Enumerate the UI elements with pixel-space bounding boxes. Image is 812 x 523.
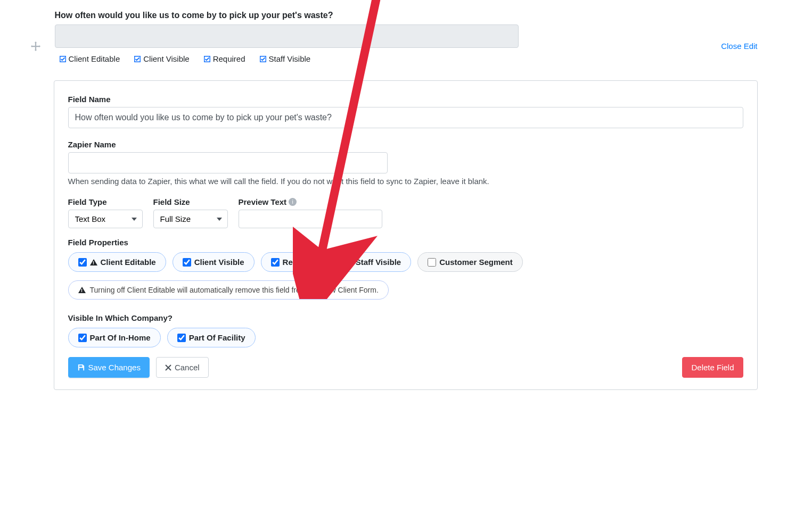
prop-client-editable-checkbox[interactable] <box>78 258 87 267</box>
prop-client-visible-checkbox[interactable] <box>183 258 191 267</box>
close-icon <box>165 364 171 371</box>
prop-customer-segment[interactable]: Customer Segment <box>417 252 523 272</box>
prop-client-visible[interactable]: Client Visible <box>173 252 255 272</box>
save-icon <box>77 363 85 371</box>
field-name-label: Field Name <box>68 95 743 104</box>
zapier-hint-text: When sending data to Zapier, this what w… <box>68 177 743 186</box>
field-question-label: How often would you like us to come by t… <box>55 11 758 20</box>
field-type-label: Field Type <box>68 197 143 206</box>
summary-client-visible: Client Visible <box>134 54 189 63</box>
field-type-select[interactable]: Text Box <box>68 210 143 228</box>
close-edit-link[interactable]: Close Edit <box>721 41 757 51</box>
check-icon <box>259 55 267 63</box>
zapier-name-label: Zapier Name <box>68 140 743 149</box>
save-button[interactable]: Save Changes <box>68 357 150 378</box>
summary-properties-row: Client Editable Client Visible Required … <box>55 54 758 63</box>
visible-company-label: Visible In Which Company? <box>68 313 743 322</box>
company-facility[interactable]: Part Of Facility <box>167 328 256 347</box>
field-preview-input[interactable] <box>55 24 519 48</box>
zapier-name-input[interactable] <box>68 152 388 173</box>
company-facility-checkbox[interactable] <box>177 334 186 342</box>
company-in-home[interactable]: Part Of In-Home <box>68 328 161 347</box>
prop-required[interactable]: Required <box>261 252 327 272</box>
prop-customer-segment-checkbox[interactable] <box>428 258 436 267</box>
preview-text-label: Preview Text <box>239 197 287 206</box>
field-edit-panel: Field Name Zapier Name When sending data… <box>54 80 758 390</box>
summary-required: Required <box>203 54 245 63</box>
info-icon[interactable]: i <box>289 198 297 206</box>
prop-staff-visible[interactable]: Staff Visible <box>334 252 412 272</box>
drag-handle-icon[interactable] <box>31 41 40 54</box>
prop-staff-visible-checkbox[interactable] <box>344 258 352 267</box>
field-size-select[interactable]: Full Size <box>153 210 228 228</box>
check-icon <box>203 55 211 63</box>
delete-field-button[interactable]: Delete Field <box>682 357 743 378</box>
check-icon <box>59 55 67 63</box>
prop-client-editable[interactable]: Client Editable <box>68 252 166 272</box>
warning-icon <box>90 259 97 265</box>
check-icon <box>134 55 141 63</box>
client-editable-info: Turning off Client Editable will automat… <box>68 280 389 300</box>
company-in-home-checkbox[interactable] <box>78 334 87 342</box>
cancel-button[interactable]: Cancel <box>156 357 209 378</box>
field-properties-label: Field Properties <box>68 238 743 247</box>
field-name-input[interactable] <box>68 107 743 128</box>
summary-client-editable: Client Editable <box>59 54 120 63</box>
prop-required-checkbox[interactable] <box>271 258 280 267</box>
summary-staff-visible: Staff Visible <box>259 54 311 63</box>
preview-text-input[interactable] <box>239 210 382 228</box>
warning-icon <box>78 287 86 293</box>
field-size-label: Field Size <box>153 197 228 206</box>
